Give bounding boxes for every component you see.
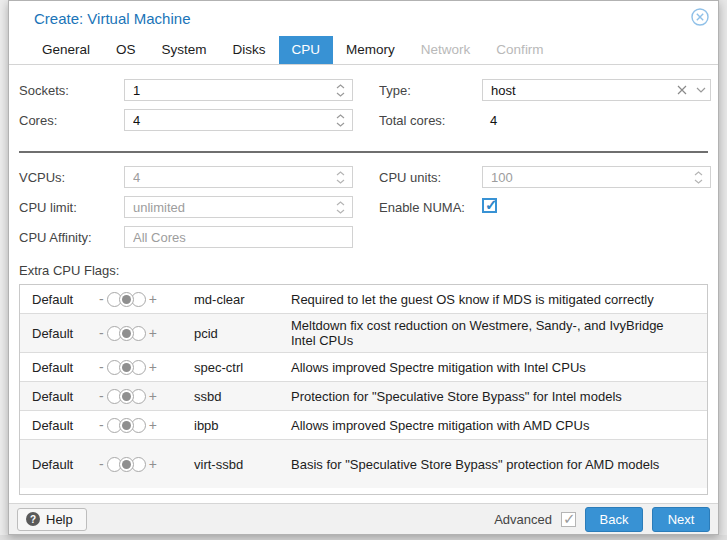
cpu-affinity-label: CPU Affinity: xyxy=(19,230,124,245)
sockets-input[interactable] xyxy=(124,79,353,101)
flag-state-label: Default xyxy=(32,457,99,472)
flag-description: Allows improved Spectre mitigation with … xyxy=(291,360,697,375)
tab-network: Network xyxy=(408,36,484,64)
sockets-label: Sockets: xyxy=(19,83,124,98)
spinner-up-down-icon xyxy=(694,168,705,186)
sockets-field xyxy=(124,79,353,101)
flag-description: Required to let the guest OS know if MDS… xyxy=(291,292,697,307)
total-cores-label: Total cores: xyxy=(379,113,482,128)
dialog-header: Create: Virtual Machine xyxy=(9,1,718,34)
spinner-up-down-icon xyxy=(336,168,347,186)
flag-tristate-slider[interactable]: - + xyxy=(99,326,185,341)
slider-default-position[interactable] xyxy=(119,326,134,341)
flag-state-label: Default xyxy=(32,326,99,341)
section-divider xyxy=(19,151,708,153)
spinner-up-down-icon xyxy=(336,198,347,216)
vcpus-input[interactable] xyxy=(124,166,353,188)
table-row: Default - + spec-ctrl Allows improved Sp… xyxy=(20,353,707,382)
question-mark-icon: ? xyxy=(26,512,40,526)
flag-description: Protection for "Speculative Store Bypass… xyxy=(291,389,697,404)
help-button[interactable]: ? Help xyxy=(17,508,87,531)
cpu-limit-field xyxy=(124,196,353,218)
vcpus-field xyxy=(124,166,353,188)
tab-system[interactable]: System xyxy=(149,36,220,64)
table-row: Default - + virt-ssbd Basis for "Specula… xyxy=(20,440,707,488)
slider-default-position[interactable] xyxy=(119,389,134,404)
plus-icon: + xyxy=(149,418,157,432)
cpu-units-field xyxy=(482,166,711,188)
minus-icon: - xyxy=(99,418,104,432)
checkmark-icon: ✓ xyxy=(563,510,576,528)
flag-tristate-slider[interactable]: - + xyxy=(99,292,185,307)
flag-tristate-slider[interactable]: - + xyxy=(99,360,185,375)
chevron-down-icon[interactable] xyxy=(696,87,706,93)
flag-tristate-slider[interactable]: - + xyxy=(99,389,185,404)
type-field xyxy=(482,79,711,101)
slider-default-position[interactable] xyxy=(119,418,134,433)
minus-icon: - xyxy=(99,457,104,471)
help-button-label: Help xyxy=(46,512,73,527)
tab-memory[interactable]: Memory xyxy=(333,36,408,64)
flag-state-label: Default xyxy=(32,389,99,404)
total-cores-value: 4 xyxy=(482,113,711,128)
create-vm-dialog: Create: Virtual Machine General OS Syste… xyxy=(8,0,719,535)
flag-name: virt-ssbd xyxy=(194,457,291,472)
enable-numa-label: Enable NUMA: xyxy=(379,200,482,215)
dialog-footer: ? Help Advanced ✓ Back Next xyxy=(9,503,718,534)
flag-tristate-slider[interactable]: - + xyxy=(99,418,185,433)
table-row: Default - + pcid Meltdown fix cost reduc… xyxy=(20,314,707,353)
minus-icon: - xyxy=(99,389,104,403)
plus-icon: + xyxy=(149,360,157,374)
minus-icon: - xyxy=(99,360,104,374)
cpu-affinity-field xyxy=(124,226,353,248)
flag-state-label: Default xyxy=(32,418,99,433)
minus-icon: - xyxy=(99,292,104,306)
flag-description: Meltdown fix cost reduction on Westmere,… xyxy=(291,318,697,348)
minus-icon: - xyxy=(99,326,104,340)
flag-name: md-clear xyxy=(194,292,291,307)
tab-disks[interactable]: Disks xyxy=(220,36,279,64)
vcpus-label: VCPUs: xyxy=(19,170,124,185)
tab-confirm: Confirm xyxy=(483,36,556,64)
flag-name: ibpb xyxy=(194,418,291,433)
clear-icon[interactable] xyxy=(677,85,687,95)
flag-state-label: Default xyxy=(32,292,99,307)
table-row: Default - + ibpb Allows improved Spectre… xyxy=(20,411,707,440)
plus-icon: + xyxy=(149,389,157,403)
advanced-checkbox[interactable]: ✓ xyxy=(561,512,576,527)
flag-name: ssbd xyxy=(194,389,291,404)
flag-name: spec-ctrl xyxy=(194,360,291,375)
flag-tristate-slider[interactable]: - + xyxy=(99,457,185,472)
cpu-units-input[interactable] xyxy=(482,166,711,188)
cpu-units-label: CPU units: xyxy=(379,170,482,185)
wizard-tabbar: General OS System Disks CPU Memory Netwo… xyxy=(9,34,718,65)
plus-icon: + xyxy=(149,457,157,471)
checkmark-icon: ✓ xyxy=(485,196,498,214)
slider-default-position[interactable] xyxy=(119,292,134,307)
spinner-up-down-icon[interactable] xyxy=(336,111,347,129)
tab-cpu[interactable]: CPU xyxy=(279,36,334,64)
back-button[interactable]: Back xyxy=(585,507,643,532)
plus-icon: + xyxy=(149,326,157,340)
next-button[interactable]: Next xyxy=(652,507,710,532)
flag-description: Basis for "Speculative Store Bypass" pro… xyxy=(291,457,697,472)
cpu-limit-label: CPU limit: xyxy=(19,200,124,215)
tab-os[interactable]: OS xyxy=(103,36,149,64)
cores-label: Cores: xyxy=(19,113,124,128)
table-row: Default - + md-clear Required to let the… xyxy=(20,285,707,314)
table-row: Default - + ssbd Protection for "Specula… xyxy=(20,382,707,411)
slider-default-position[interactable] xyxy=(119,360,134,375)
background-page-sliver xyxy=(0,0,8,540)
enable-numa-checkbox[interactable]: ✓ xyxy=(482,198,497,213)
flag-name: pcid xyxy=(194,326,291,341)
cpu-affinity-input[interactable] xyxy=(124,226,353,248)
spinner-up-down-icon[interactable] xyxy=(336,81,347,99)
close-icon[interactable] xyxy=(691,8,709,26)
plus-icon: + xyxy=(149,292,157,306)
slider-default-position[interactable] xyxy=(119,457,134,472)
cores-input[interactable] xyxy=(124,109,353,131)
tab-general[interactable]: General xyxy=(29,36,103,64)
flag-state-label: Default xyxy=(32,360,99,375)
cpu-limit-input[interactable] xyxy=(124,196,353,218)
extra-cpu-flags-label: Extra CPU Flags: xyxy=(19,263,708,278)
